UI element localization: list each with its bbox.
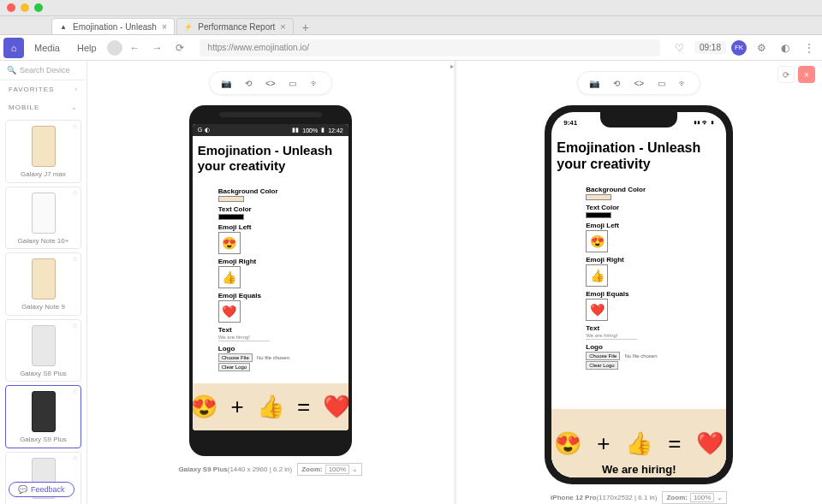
statusbar-time: 9:41 — [563, 119, 577, 127]
device-card-galaxy-s8-plus[interactable]: ☆ Galaxy S8 Plus — [5, 319, 81, 382]
label-logo: Logo — [218, 345, 323, 353]
tab-performance-report[interactable]: ⚡ Performance Report × — [176, 18, 293, 34]
emoji-preview-row: 😍 + 👍 = ❤️ — [193, 383, 348, 430]
feedback-button[interactable]: 💬 Feedback — [9, 482, 74, 497]
device-card-galaxy-note-9[interactable]: ☆ Galaxy Note 9 — [5, 252, 81, 316]
zoom-value: 100% — [325, 465, 349, 474]
bg-color-input[interactable] — [586, 194, 611, 200]
back-button[interactable]: ← — [126, 39, 145, 57]
star-icon[interactable]: ☆ — [72, 322, 78, 329]
star-icon[interactable]: ☆ — [72, 189, 78, 197]
signal-icon: ▮▮ — [292, 127, 299, 133]
device-thumb — [32, 258, 56, 299]
iphone-notch — [600, 112, 677, 127]
emoji-right-input[interactable]: 👍 — [218, 266, 241, 288]
chat-icon: 💬 — [18, 485, 27, 494]
tab-add-button[interactable]: + — [295, 21, 316, 34]
code-icon[interactable]: <> — [631, 75, 646, 91]
emoji-equals-input[interactable]: ❤️ — [586, 299, 608, 321]
preview-emoji-left: 😍 — [193, 394, 218, 420]
device-thumb — [32, 325, 56, 366]
forward-button[interactable]: → — [148, 39, 167, 57]
text-input[interactable]: We are hiring! — [586, 332, 637, 340]
mobile-section[interactable]: MOBILE ⌄ — [0, 98, 86, 116]
iphone-screen: 9:41 ▮▮ ᯤ ▮ Emojination - Unleash your c… — [551, 112, 726, 477]
text-input[interactable]: We are hiring! — [218, 334, 270, 341]
more-icon[interactable]: ⋮ — [800, 39, 819, 57]
device-card-galaxy-s9-plus[interactable]: ☆ Galaxy S9 Plus — [5, 385, 81, 448]
bg-color-input[interactable] — [218, 196, 244, 202]
tab-favicon: ⚡ — [184, 22, 193, 31]
screenshot-icon[interactable]: 📷 — [587, 75, 602, 91]
home-button[interactable]: ⌂ — [3, 38, 24, 58]
device-card-galaxy-j7-max[interactable]: ☆ Galaxy J7 max — [5, 120, 81, 183]
search-placeholder: Search Device — [20, 66, 70, 74]
tab-favicon: ▲ — [59, 22, 68, 31]
device-caption: iPhone 12 Pro(1170x2532 | 6.1 in) Zoom: … — [551, 491, 727, 504]
tab-emojination[interactable]: ▲ Emojination - Unleash × — [51, 18, 175, 34]
media-menu[interactable]: Media — [27, 43, 67, 53]
device-caption: Galaxy S9 Plus(1440 x 2960 | 6.2 in) Zoo… — [178, 463, 362, 476]
preview-emoji-right: 👍 — [625, 430, 652, 457]
favorites-section[interactable]: FAVORITES › — [0, 80, 86, 98]
preview-emoji-equals: ❤️ — [696, 430, 724, 457]
device-card-galaxy-note-10+[interactable]: ☆ Galaxy Note 10+ — [5, 187, 81, 250]
screenshot-icon[interactable]: 📷 — [218, 75, 234, 91]
close-pane-button[interactable]: × — [798, 66, 815, 83]
device-thumb — [32, 193, 56, 234]
emoji-right-input[interactable]: 👍 — [586, 264, 608, 287]
choose-file-button[interactable]: Choose File — [218, 353, 253, 362]
chevron-right-icon: › — [74, 86, 78, 93]
app-title: Emojination - Unleash your creativity — [193, 136, 348, 181]
reload-button[interactable]: ⟳ — [170, 39, 189, 57]
chevron-down-icon: ⌄ — [717, 494, 723, 501]
search-device-input[interactable]: 🔍 Search Device — [0, 61, 86, 80]
emoji-left-input[interactable]: 😍 — [586, 230, 608, 252]
help-menu[interactable]: Help — [70, 43, 104, 53]
favorite-icon[interactable]: ♡ — [670, 39, 689, 57]
clear-logo-button[interactable]: Clear Logo — [218, 363, 250, 371]
star-icon[interactable]: ☆ — [72, 388, 78, 395]
code-icon[interactable]: <> — [263, 75, 278, 91]
refresh-pane-button[interactable]: ⟳ — [777, 66, 795, 83]
choose-file-button[interactable]: Choose File — [586, 352, 620, 360]
tab-close-icon[interactable]: × — [162, 21, 167, 32]
window-maximize-button[interactable] — [34, 3, 43, 12]
preview-pane-iphone: ⟳ × 📷 ⟲ <> ▭ ᯤ 9:41 ▮▮ ᯤ ▮ Emojin — [456, 61, 823, 504]
label-text-color: Text Color — [218, 205, 323, 213]
label-text: Text — [586, 324, 692, 332]
iphone-device-frame: 9:41 ▮▮ ᯤ ▮ Emojination - Unleash your c… — [545, 105, 733, 484]
star-icon[interactable]: ☆ — [72, 255, 78, 263]
wifi-icon[interactable]: ᯤ — [676, 75, 691, 91]
clear-logo-button[interactable]: Clear Logo — [586, 361, 617, 370]
text-color-input[interactable] — [218, 214, 244, 220]
window-close-button[interactable] — [7, 3, 15, 12]
rotate-icon[interactable]: ⟲ — [609, 75, 624, 91]
video-icon[interactable]: ▭ — [285, 75, 301, 91]
timer-icon[interactable]: ◐ — [776, 39, 795, 57]
app-content: Emojination - Unleash your creativity Ba… — [193, 136, 348, 430]
video-icon[interactable]: ▭ — [653, 75, 669, 91]
emoji-preview-row: 😍 + 👍 = ❤️ We are hiring! — [551, 409, 726, 477]
emoji-left-input[interactable]: 😍 — [218, 232, 241, 254]
app-form: Background Color Text Color Emoji Left 😍… — [551, 179, 726, 373]
label-text-color: Text Color — [586, 204, 692, 211]
device-controls: 📷 ⟲ <> ▭ ᯤ — [577, 71, 700, 95]
zoom-control[interactable]: Zoom: 100% ⌄ — [662, 491, 727, 504]
star-icon[interactable]: ☆ — [72, 122, 78, 130]
star-icon[interactable]: ☆ — [72, 454, 78, 462]
zoom-control[interactable]: Zoom: 100% ⌄ — [297, 463, 362, 476]
avatar[interactable] — [107, 40, 122, 56]
settings-icon[interactable]: ⚙ — [752, 39, 771, 57]
tab-close-icon[interactable]: × — [280, 21, 285, 32]
user-badge[interactable]: FK — [731, 40, 747, 56]
toolbar: ⌂ Media Help ← → ⟳ https://www.emojinati… — [0, 35, 822, 61]
text-color-input[interactable] — [586, 212, 611, 218]
wifi-icon[interactable]: ᯤ — [307, 75, 323, 91]
window-minimize-button[interactable] — [21, 3, 29, 12]
rotate-icon[interactable]: ⟲ — [241, 75, 256, 91]
tab-label: Performance Report — [198, 22, 275, 32]
url-bar[interactable]: https://www.emojination.io/ — [200, 39, 660, 56]
emoji-equals-input[interactable]: ❤️ — [218, 300, 241, 323]
preview-emoji-equals: ❤️ — [323, 394, 348, 420]
